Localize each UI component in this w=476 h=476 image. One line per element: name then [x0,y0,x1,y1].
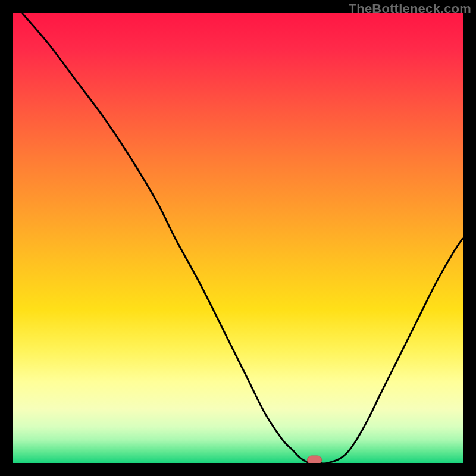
watermark-label: TheBottleneck.com [349,1,471,17]
app-frame: TheBottleneck.com [0,0,476,476]
optimal-marker [308,456,322,463]
plot-area [13,13,463,463]
bottleneck-chart [13,13,463,463]
gradient-background [13,13,463,463]
